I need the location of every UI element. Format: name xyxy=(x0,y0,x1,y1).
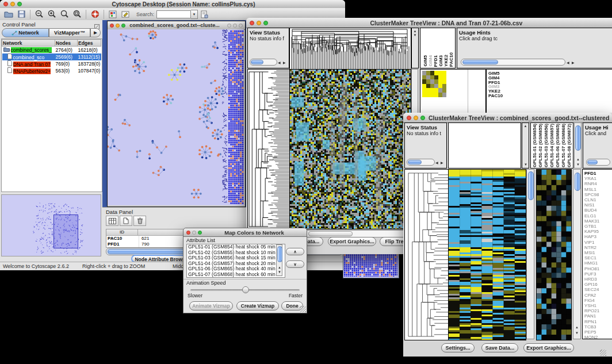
scroll-left-icon[interactable]: ◀ xyxy=(278,61,281,65)
tv2-heatmap[interactable] xyxy=(448,169,526,340)
zoom-selected-icon[interactable] xyxy=(71,9,83,20)
column-header[interactable]: Network xyxy=(2,40,55,47)
tv2-hints-scrollbar[interactable] xyxy=(586,159,610,166)
minimize-button[interactable] xyxy=(10,2,15,6)
gene-label[interactable]: NIS1 xyxy=(584,202,612,208)
tv2-column-dendrogram[interactable] xyxy=(448,122,521,168)
gene-label[interactable]: PAC10 xyxy=(488,93,503,98)
scroll-down-icon[interactable]: ▼ xyxy=(278,270,281,274)
export-graphics-button[interactable]: Export Graphics... xyxy=(523,343,574,352)
gene-label[interactable]: PUF3 xyxy=(584,271,612,277)
tv2-genelist-vscrollbar[interactable]: ▲ ▼ xyxy=(573,169,581,339)
gene-label[interactable]: VIP1 xyxy=(584,240,612,245)
gene-label[interactable]: MAK31 xyxy=(584,219,612,224)
animation-speed-slider[interactable] xyxy=(190,289,300,291)
network-view-title-bar[interactable]: combined_scores_good.txt--cluste... xyxy=(108,21,245,30)
gene-label[interactable]: HAP3 xyxy=(584,234,612,239)
gene-label[interactable]: NTR2 xyxy=(584,245,612,250)
gene-label[interactable]: HMG1 xyxy=(584,260,612,266)
help-lifering-icon[interactable] xyxy=(89,9,101,20)
tv2-heatmap-vscrollbar[interactable] xyxy=(526,169,534,339)
tv2-zoomed-heatmap[interactable] xyxy=(536,169,572,340)
scroll-right-icon[interactable]: ▶ xyxy=(572,61,575,65)
resize-handle[interactable] xyxy=(600,350,606,356)
gene-label[interactable]: BUD4 xyxy=(584,208,612,213)
search-input[interactable] xyxy=(156,10,191,18)
close-button[interactable] xyxy=(407,116,411,120)
save-data-button[interactable]: Save Data... xyxy=(481,343,518,352)
slider-thumb[interactable] xyxy=(242,286,249,293)
zoom-in-icon[interactable] xyxy=(45,9,58,20)
gene-label[interactable]: PFD1 xyxy=(584,171,612,176)
network-table-row[interactable]: combined_sco2569(6)13112(15) xyxy=(2,53,101,60)
export-graphics-button[interactable]: Export Graphics... xyxy=(328,237,376,246)
network-table-row[interactable]: RNAPuberNov2+563(0)107847(0) xyxy=(2,67,101,74)
create-vizmap-button[interactable]: Create Vizmap xyxy=(236,301,279,311)
search-dropdown-arrow[interactable]: ▼ xyxy=(191,10,198,19)
tv2-column-scroll-strip[interactable]: ▲ ▼ xyxy=(522,122,529,168)
delete-attribute-icon[interactable] xyxy=(133,216,146,226)
gene-label[interactable]: MSI1 xyxy=(584,250,612,255)
vizmapper-icon[interactable] xyxy=(106,9,119,20)
gene-label[interactable]: HRD3 xyxy=(584,277,612,282)
gene-label[interactable]: PHO81 xyxy=(584,266,612,271)
scroll-down-icon[interactable]: ▼ xyxy=(576,163,580,167)
gene-label[interactable]: RNR4 xyxy=(584,181,612,186)
tv1-hints-scrollbar[interactable] xyxy=(461,59,565,66)
gene-label[interactable]: RPO21 xyxy=(584,308,612,313)
scroll-left-icon[interactable]: ◀ xyxy=(435,161,438,165)
scroll-down-icon[interactable]: ▼ xyxy=(412,33,418,37)
scroll-up-icon[interactable]: ▲ xyxy=(278,266,281,270)
close-button[interactable] xyxy=(186,231,190,235)
tab-network[interactable]: Network xyxy=(2,28,49,37)
scroll-down-icon[interactable]: ▼ xyxy=(575,331,579,335)
resize-handle[interactable] xyxy=(300,306,306,312)
settings-button[interactable]: Settings... xyxy=(441,343,475,352)
gene-label[interactable]: MSL1 xyxy=(584,187,612,192)
gene-label[interactable]: FIG4 xyxy=(584,298,612,303)
attribute-list[interactable]: GPL51-01 (GSM854) heat shock 05 minGPL51… xyxy=(186,244,285,278)
gene-label[interactable]: KAP95 xyxy=(584,229,612,234)
select-attributes-icon[interactable] xyxy=(106,216,118,226)
gene-label[interactable]: ELG1 xyxy=(584,213,612,219)
import-table-icon[interactable] xyxy=(198,9,211,20)
tv1-column-dendrogram[interactable] xyxy=(289,28,411,70)
treeview1-title-bar[interactable]: ClusterMaker TreeView : DNA and Tran 07-… xyxy=(246,18,612,28)
tab-vizmapper-[interactable]: VizMapper™ xyxy=(49,28,90,37)
dialog-title-bar[interactable]: Map Colors to Network xyxy=(183,228,307,237)
gene-label[interactable]: YRA1 xyxy=(584,176,612,181)
zoom-fit-icon[interactable] xyxy=(58,9,71,20)
zoom-button[interactable] xyxy=(17,2,22,6)
column-header[interactable]: ID xyxy=(106,229,138,235)
minimize-button[interactable] xyxy=(116,24,120,28)
network-table-row[interactable]: DNA and Tran 07769(0)183728(0) xyxy=(2,60,101,67)
move-up-button[interactable]: ∧ xyxy=(286,248,304,255)
gene-label[interactable]: RPN1 xyxy=(584,319,612,324)
gene-label[interactable]: SEC24 xyxy=(584,287,612,292)
scroll-up-icon[interactable]: ▲ xyxy=(522,124,529,128)
zoom-button[interactable] xyxy=(420,116,425,120)
treeview2-title-bar[interactable]: ClusterMaker TreeView : combined_scores_… xyxy=(403,113,612,123)
scroll-up-icon[interactable]: ▲ xyxy=(575,325,579,329)
minimize-button[interactable] xyxy=(414,116,418,120)
column-header[interactable]: Nodes xyxy=(55,40,78,47)
gene-label[interactable]: YSH1 xyxy=(584,303,612,308)
tab--[interactable]: ▶ xyxy=(90,28,101,37)
tv2-labels-vscrollbar[interactable]: ▲ ▼ xyxy=(574,122,582,168)
tv2-status-scrollbar[interactable] xyxy=(407,159,435,166)
gene-label[interactable]: PAN1 xyxy=(584,313,612,319)
tv1-heatmap[interactable] xyxy=(289,69,411,229)
tv1-row-dendrogram[interactable] xyxy=(247,69,290,229)
column-header[interactable]: Edges xyxy=(78,40,101,47)
attribute-list-item[interactable]: GPL51-07 (GSM868) heat shock 60 min xyxy=(188,272,285,278)
scroll-right-icon[interactable]: ▶ xyxy=(283,61,286,65)
scroll-right-icon[interactable]: ▶ xyxy=(441,161,443,165)
gene-label[interactable]: SPC98 xyxy=(584,192,612,197)
network-overview[interactable] xyxy=(1,194,101,256)
close-button[interactable] xyxy=(110,24,114,28)
scroll-down-icon[interactable]: ▼ xyxy=(524,163,527,167)
tv1-global-matrix[interactable] xyxy=(422,71,446,97)
zoom-button[interactable] xyxy=(263,21,268,25)
gene-label[interactable]: SEC1 xyxy=(584,255,612,260)
gene-label[interactable]: TCB3 xyxy=(584,324,612,329)
